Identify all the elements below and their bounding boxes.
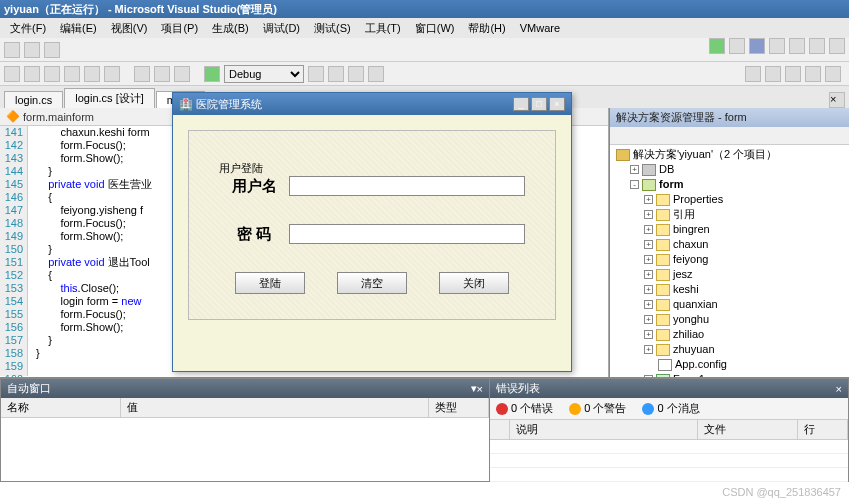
close-icon[interactable]: × <box>477 383 483 395</box>
tree-item[interactable]: +chaxun <box>612 237 847 252</box>
tree-item[interactable]: +bingren <box>612 222 847 237</box>
username-input[interactable] <box>289 176 525 196</box>
save-icon[interactable] <box>84 66 100 82</box>
tree-item[interactable]: +quanxian <box>612 297 847 312</box>
tree-item[interactable]: +yonghu <box>612 312 847 327</box>
doc-tab[interactable]: login.cs [设计] <box>64 88 154 108</box>
stop-icon[interactable] <box>749 38 765 54</box>
tree-item[interactable]: +zhiliao <box>612 327 847 342</box>
doc-tab[interactable]: login.cs <box>4 91 63 108</box>
close-icon[interactable]: × <box>549 97 565 111</box>
open-icon[interactable] <box>64 66 80 82</box>
autos-grid[interactable] <box>1 418 489 481</box>
solution-toolbar <box>745 66 841 82</box>
tree-item[interactable]: App.config <box>612 357 847 372</box>
maximize-icon[interactable]: □ <box>531 97 547 111</box>
errorlist-title: 错误列表 <box>496 381 540 396</box>
start-icon[interactable] <box>204 66 220 82</box>
tree-item[interactable]: +zhuyuan <box>612 342 847 357</box>
step-icon[interactable] <box>829 38 845 54</box>
saveall-icon[interactable] <box>104 66 120 82</box>
warnings-tab[interactable]: 0 个警告 <box>565 400 630 417</box>
cut-icon[interactable] <box>134 66 150 82</box>
close-tab-icon[interactable]: × <box>829 92 845 108</box>
close-button[interactable]: 关闭 <box>439 272 509 294</box>
sol-tb-icon[interactable] <box>825 66 841 82</box>
standard-toolbar <box>0 38 849 62</box>
menu-build[interactable]: 生成(B) <box>206 21 255 36</box>
group-label: 用户登陆 <box>219 162 263 174</box>
menu-view[interactable]: 视图(V) <box>105 21 154 36</box>
tree-item[interactable]: +keshi <box>612 282 847 297</box>
menu-window[interactable]: 窗口(W) <box>409 21 461 36</box>
restart-icon[interactable] <box>769 38 785 54</box>
line-gutter: 1411421431441451461471481491501511521531… <box>0 126 28 376</box>
menu-vmware[interactable]: VMware <box>514 22 566 34</box>
col-file[interactable]: 文件 <box>698 420 798 439</box>
minimize-icon[interactable]: _ <box>513 97 529 111</box>
continue-icon[interactable] <box>709 38 725 54</box>
toolbar-button[interactable] <box>368 66 384 82</box>
error-icon <box>496 403 508 415</box>
col-line[interactable]: 行 <box>798 420 848 439</box>
error-grid[interactable] <box>490 440 848 482</box>
menu-tools[interactable]: 工具(T) <box>359 21 407 36</box>
toolbar-button[interactable] <box>308 66 324 82</box>
tree-item[interactable]: -form <box>612 177 847 192</box>
messages-tab[interactable]: 0 个消息 <box>638 400 703 417</box>
solution-explorer: 解决方案资源管理器 - form 解决方案'yiyuan'（2 个项目）+DB-… <box>609 108 849 377</box>
toolbar-button[interactable] <box>24 42 40 58</box>
login-button[interactable]: 登陆 <box>235 272 305 294</box>
login-dialog: 🏥 医院管理系统 _ □ × 用户登陆 用户名 密 码 登陆 清空 关闭 <box>172 92 572 372</box>
config-select[interactable]: Debug <box>224 65 304 83</box>
tree-item[interactable]: +feiyong <box>612 252 847 267</box>
menu-project[interactable]: 项目(P) <box>155 21 204 36</box>
menu-help[interactable]: 帮助(H) <box>462 21 511 36</box>
error-list-panel: 错误列表 × 0 个错误 0 个警告 0 个消息 说明 文件 行 <box>490 378 849 482</box>
sol-tb-icon[interactable] <box>765 66 781 82</box>
menu-edit[interactable]: 编辑(E) <box>54 21 103 36</box>
new-icon[interactable] <box>44 66 60 82</box>
app-icon: 🏥 <box>179 98 193 111</box>
solution-tree[interactable]: 解决方案'yiyuan'（2 个项目）+DB-form+Properties+引… <box>610 145 849 377</box>
tree-item[interactable]: +Properties <box>612 192 847 207</box>
tree-item[interactable]: +DB <box>612 162 847 177</box>
info-icon <box>642 403 654 415</box>
toolbar-button[interactable] <box>348 66 364 82</box>
col-desc[interactable]: 说明 <box>510 420 698 439</box>
dialog-title-bar[interactable]: 🏥 医院管理系统 _ □ × <box>173 93 571 115</box>
close-icon[interactable]: × <box>836 383 842 395</box>
copy-icon[interactable] <box>154 66 170 82</box>
menu-file[interactable]: 文件(F) <box>4 21 52 36</box>
col-name[interactable]: 名称 <box>1 398 121 417</box>
tree-item[interactable]: +Form1.cs <box>612 372 847 377</box>
nav-fwd-icon[interactable] <box>24 66 40 82</box>
dialog-title: 医院管理系统 <box>196 97 262 112</box>
paste-icon[interactable] <box>174 66 190 82</box>
menu-bar: 文件(F) 编辑(E) 视图(V) 项目(P) 生成(B) 调试(D) 测试(S… <box>0 18 849 38</box>
build-toolbar: Debug <box>0 62 849 86</box>
sol-tb-icon[interactable] <box>785 66 801 82</box>
pause-icon[interactable] <box>729 38 745 54</box>
sol-tb-icon[interactable] <box>805 66 821 82</box>
errors-tab[interactable]: 0 个错误 <box>492 400 557 417</box>
username-label: 用户名 <box>219 177 289 196</box>
sol-toolbar-inner <box>610 127 849 145</box>
col-icon[interactable] <box>490 420 510 439</box>
step-icon[interactable] <box>789 38 805 54</box>
password-label: 密 码 <box>219 225 289 244</box>
col-value[interactable]: 值 <box>121 398 429 417</box>
step-icon[interactable] <box>809 38 825 54</box>
toolbar-button[interactable] <box>44 42 60 58</box>
nav-back-icon[interactable] <box>4 66 20 82</box>
password-input[interactable] <box>289 224 525 244</box>
toolbar-button[interactable] <box>4 42 20 58</box>
tree-item[interactable]: +jesz <box>612 267 847 282</box>
menu-debug[interactable]: 调试(D) <box>257 21 306 36</box>
col-type[interactable]: 类型 <box>429 398 489 417</box>
clear-button[interactable]: 清空 <box>337 272 407 294</box>
toolbar-button[interactable] <box>328 66 344 82</box>
sol-tb-icon[interactable] <box>745 66 761 82</box>
menu-test[interactable]: 测试(S) <box>308 21 357 36</box>
tree-item[interactable]: +引用 <box>612 207 847 222</box>
